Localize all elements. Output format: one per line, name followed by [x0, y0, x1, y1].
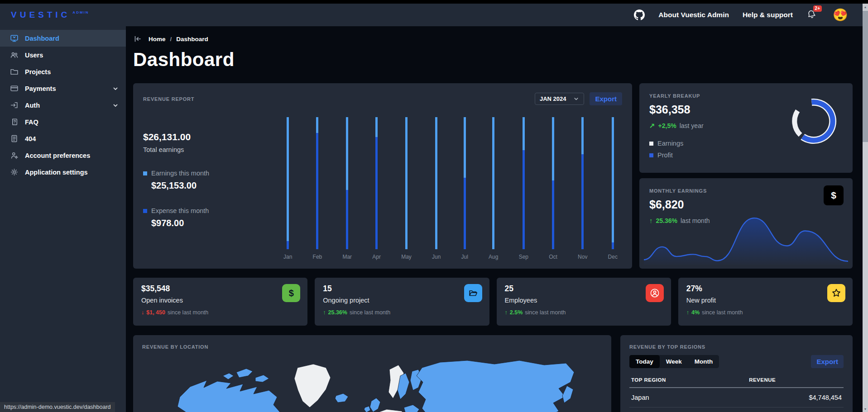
- user-settings-icon: [10, 151, 19, 160]
- breadcrumb-home[interactable]: Home: [149, 36, 166, 43]
- scrollbar[interactable]: ▲ ▼: [863, 4, 868, 412]
- bar-column: Nov: [578, 114, 587, 260]
- sidebar-item-faq[interactable]: FAQ: [0, 114, 126, 130]
- bar-column: Jun: [432, 114, 441, 260]
- period-select[interactable]: JAN 2024: [535, 93, 585, 105]
- revenue-bar: [375, 117, 378, 249]
- star-icon: [827, 284, 845, 302]
- bar-month-label: Feb: [313, 254, 322, 260]
- bar-column: Aug: [489, 114, 498, 260]
- github-icon[interactable]: [634, 9, 645, 20]
- sidebar-item-application-settings[interactable]: Application settings: [0, 164, 126, 180]
- bar-month-label: Sep: [519, 254, 528, 260]
- sidebar-item-label: Application settings: [25, 169, 88, 176]
- arrow-down-icon: ↓: [141, 309, 144, 316]
- scrollbar-down-arrow[interactable]: ▼: [863, 406, 868, 412]
- bar-month-label: Nov: [578, 254, 587, 260]
- bar-month-label: Dec: [608, 254, 618, 260]
- sidebar-item-label: Dashboard: [25, 35, 59, 42]
- stat-card-ongoing-project: 15 Ongoing project ↑ 25.36% since last m…: [315, 278, 489, 326]
- column-header-top-region: TOP REGION: [629, 374, 747, 388]
- bell-icon: [806, 13, 816, 20]
- vuestic-logo[interactable]: VUESTIC ADMIN: [11, 10, 89, 20]
- region-revenue: $4,748,454: [747, 388, 844, 407]
- yearly-delta-suffix: last year: [680, 122, 704, 129]
- bar-column: Apr: [372, 114, 381, 260]
- stat-label: Open invoices: [141, 297, 299, 304]
- main-content: Home / Dashboard Dashboard REVENUE REPOR…: [126, 26, 868, 412]
- gear-icon: [10, 168, 19, 176]
- stat-delta-value: 2.5%: [510, 309, 523, 316]
- bar-column: Jan: [283, 114, 292, 260]
- bar-month-label: Jan: [283, 254, 292, 260]
- stat-delta-value: $1, 450: [146, 309, 165, 316]
- bar-column: Oct: [549, 114, 557, 260]
- expense-month-value: $978.00: [151, 218, 270, 228]
- stat-label: Employees: [505, 297, 663, 304]
- avatar[interactable]: 😍: [833, 8, 847, 22]
- monthly-earnings-area-chart: [644, 212, 848, 265]
- earnings-swatch: [649, 142, 653, 146]
- sidebar-item-label: Account preferences: [25, 152, 90, 159]
- stat-delta-suffix: since last month: [350, 309, 390, 316]
- stat-value: 15: [323, 284, 481, 294]
- status-url: https://admin-demo.vuestic.dev/dashboard: [0, 402, 115, 412]
- top-navbar: VUESTIC ADMIN About Vuestic Admin Help &…: [0, 4, 868, 26]
- filter-week-button[interactable]: Week: [660, 355, 688, 368]
- sidebar-item-projects[interactable]: Projects: [0, 63, 126, 80]
- sidebar-item-label: Users: [25, 52, 43, 59]
- legend-profit-label: Profit: [657, 152, 673, 159]
- login-icon: [10, 101, 19, 109]
- yearly-donut-chart: [787, 95, 840, 147]
- column-header-revenue: REVENUE: [747, 374, 844, 388]
- bar-column: Jul: [461, 114, 468, 260]
- about-vuestic-link[interactable]: About Vuestic Admin: [658, 11, 729, 19]
- logo-admin-badge: ADMIN: [72, 10, 89, 14]
- question-icon: [10, 118, 19, 126]
- sidebar-item-users[interactable]: Users: [0, 47, 126, 63]
- sidebar-item-payments[interactable]: Payments: [0, 80, 126, 97]
- stat-label: Ongoing project: [323, 297, 481, 304]
- stat-delta-suffix: since last month: [168, 309, 208, 316]
- earnings-month-value: $25,153.00: [151, 180, 270, 191]
- credit-card-icon: [10, 84, 19, 93]
- stat-delta-value: 25.36%: [328, 309, 347, 316]
- scrollbar-up-arrow[interactable]: ▲: [863, 4, 868, 10]
- revenue-export-button[interactable]: Export: [590, 92, 622, 105]
- breadcrumb: Home / Dashboard: [133, 34, 853, 43]
- folder-icon: [10, 67, 19, 76]
- region-name: United Kingdom: [629, 407, 747, 412]
- stat-delta-suffix: since last month: [702, 309, 743, 316]
- stat-delta-value: 4%: [691, 309, 700, 316]
- filter-month-button[interactable]: Month: [688, 355, 719, 368]
- scrollbar-thumb[interactable]: [863, 11, 868, 142]
- sidebar-item-account-preferences[interactable]: Account preferences: [0, 147, 126, 164]
- top-regions-table: TOP REGION REVENUE Japan $4,748,454 Unit…: [629, 374, 844, 412]
- person-circle-icon: [646, 284, 664, 302]
- revenue-bar: [287, 117, 289, 249]
- bar-column: Mar: [342, 114, 352, 260]
- bar-column: May: [401, 114, 412, 260]
- revenue-bar: [405, 117, 408, 249]
- sidebar-collapse-icon[interactable]: [133, 34, 142, 43]
- bar-column: Dec: [608, 114, 618, 260]
- revenue-bar: [552, 117, 554, 249]
- regions-export-button[interactable]: Export: [811, 355, 844, 368]
- stat-value: 27%: [686, 284, 844, 294]
- revenue-bar: [346, 117, 348, 249]
- table-row[interactable]: Japan $4,748,454: [629, 388, 844, 407]
- dashboard-icon: [10, 34, 19, 43]
- world-map[interactable]: [142, 354, 602, 412]
- table-row[interactable]: United Kingdom $405,748: [629, 407, 844, 412]
- notifications-button[interactable]: 2+: [806, 9, 816, 21]
- bar-column: Sep: [519, 114, 528, 260]
- sidebar-item-auth[interactable]: Auth: [0, 97, 126, 114]
- sidebar-item-dashboard[interactable]: Dashboard: [0, 30, 126, 47]
- trend-up-icon: ↗: [649, 122, 655, 130]
- help-support-link[interactable]: Help & support: [743, 11, 793, 19]
- legend-earnings-label: Earnings: [657, 140, 683, 147]
- filter-today-button[interactable]: Today: [629, 355, 660, 368]
- revenue-bar: [612, 117, 614, 249]
- sidebar-item-404[interactable]: 404: [0, 130, 126, 147]
- period-filter-group: Today Week Month: [629, 355, 719, 368]
